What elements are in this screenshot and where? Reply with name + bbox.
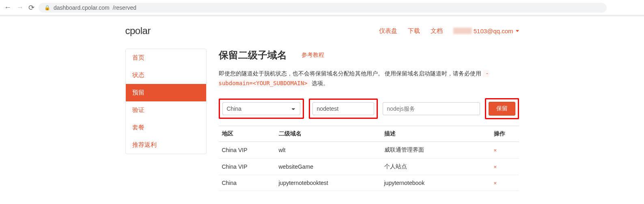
highlight-subdomain [309, 99, 378, 119]
delete-icon[interactable]: × [494, 147, 497, 153]
reload-icon[interactable]: ⟳ [28, 3, 34, 12]
th-subdomain: 二级域名 [276, 126, 381, 142]
cell-region: China VIP [219, 142, 276, 158]
description-input[interactable] [383, 102, 480, 115]
sidebar-item-3[interactable]: 验证 [126, 101, 206, 119]
sidebar-item-1[interactable]: 状态 [126, 67, 206, 84]
cell-subdomain: websiteGame [276, 158, 381, 175]
chevron-down-icon [516, 30, 519, 32]
region-select[interactable]: China [222, 102, 300, 115]
page-title: 保留二级子域名 [219, 49, 287, 62]
email-redacted [453, 28, 472, 34]
main-content: 保留二级子域名 参考教程 即使您的隧道处于脱机状态，也不会将保留域名分配给其他用… [219, 49, 519, 191]
sidebar-item-5[interactable]: 推荐返利 [126, 136, 206, 154]
delete-icon[interactable]: × [494, 180, 497, 186]
email-suffix: 5103@qq.com [474, 28, 513, 34]
url-host: dashboard.cpolar.com [54, 4, 110, 11]
header-nav: 仪表盘 下载 文档 5103@qq.com [379, 27, 519, 35]
cell-region: China [219, 175, 276, 191]
reserve-button[interactable]: 保留 [489, 102, 515, 116]
cell-subdomain: jupyternotebooktest [276, 175, 381, 191]
highlight-reserve-button: 保留 [485, 98, 519, 119]
forward-icon[interactable]: → [16, 3, 24, 12]
back-icon[interactable]: ← [4, 3, 11, 12]
description: 即使您的隧道处于脱机状态，也不会将保留域名分配给其他用户。 使用保留域名启动隧道… [219, 69, 519, 88]
subdomain-input[interactable] [312, 102, 374, 115]
page-header: cpolar 仪表盘 下载 文档 5103@qq.com [125, 17, 519, 49]
desc-post: 选项。 [310, 80, 329, 86]
cell-region: China VIP [219, 158, 276, 175]
sidebar-item-4[interactable]: 套餐 [126, 119, 206, 136]
lock-icon: 🔒 [44, 5, 50, 11]
nav-docs[interactable]: 文档 [431, 27, 443, 35]
url-path: /reserved [113, 4, 136, 11]
logo: cpolar [125, 25, 151, 37]
reserve-form: China 保留 [219, 98, 519, 119]
delete-icon[interactable]: × [494, 164, 497, 170]
highlight-region: China [219, 99, 304, 119]
table-row: China VIPwlt威联通管理界面× [219, 142, 519, 158]
address-bar[interactable]: 🔒 dashboard.cpolar.com/reserved [39, 3, 607, 13]
nav-download[interactable]: 下载 [408, 27, 420, 35]
nav-account[interactable]: 5103@qq.com [453, 28, 519, 34]
cell-desc: 威联通管理界面 [381, 142, 491, 158]
th-action: 操作 [491, 126, 519, 142]
table-row: Chinajupyternotebooktestjupyternotebook× [219, 175, 519, 191]
nav-dashboard[interactable]: 仪表盘 [379, 27, 397, 35]
reference-link[interactable]: 参考教程 [302, 52, 324, 59]
th-region: 地区 [219, 126, 276, 142]
desc-pre: 即使您的隧道处于脱机状态，也不会将保留域名分配给其他用户。 使用保留域名启动隧道… [219, 70, 483, 77]
cell-subdomain: wlt [276, 142, 381, 158]
th-desc: 描述 [381, 126, 491, 142]
browser-toolbar: ← → ⟳ 🔒 dashboard.cpolar.com/reserved [0, 0, 644, 15]
sidebar: 首页状态预留验证套餐推荐返利 [125, 49, 207, 154]
cell-desc: jupyternotebook [381, 175, 491, 191]
reserved-table: 地区 二级域名 描述 操作 China VIPwlt威联通管理界面×China … [219, 126, 519, 191]
sidebar-item-0[interactable]: 首页 [126, 49, 206, 67]
sidebar-item-2[interactable]: 预留 [126, 84, 206, 101]
table-row: China VIPwebsiteGame个人站点× [219, 158, 519, 175]
cell-desc: 个人站点 [381, 158, 491, 175]
